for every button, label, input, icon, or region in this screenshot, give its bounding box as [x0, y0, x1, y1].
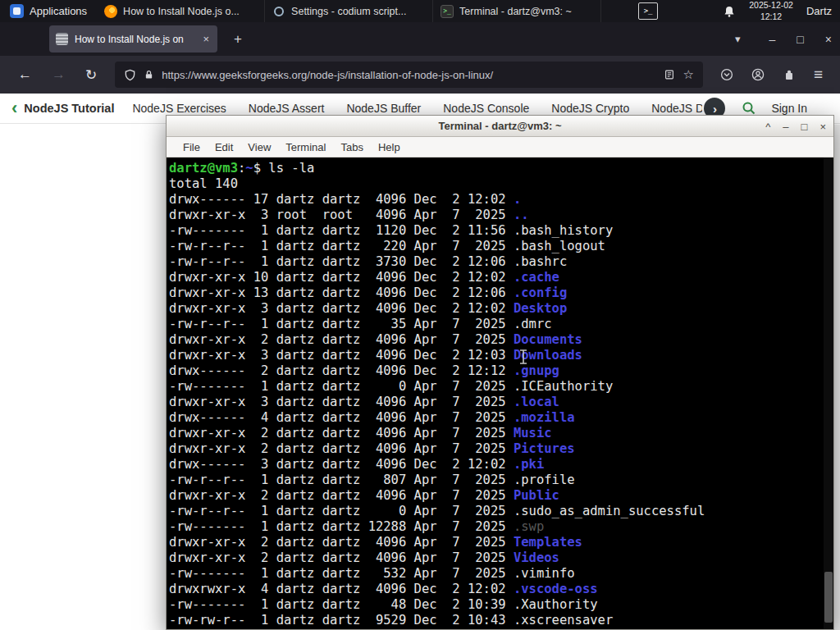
file-name: Public [514, 488, 559, 503]
terminal-scrollbar[interactable] [824, 158, 833, 629]
terminal-line: drwxr-xr-x 2 dartz dartz 4096 Apr 7 2025… [169, 550, 820, 566]
file-name: Desktop [514, 301, 567, 316]
terminal-menu-view[interactable]: View [240, 137, 278, 158]
terminal-total-line: total 140 [169, 176, 820, 192]
applications-label: Applications [30, 5, 87, 17]
list-all-tabs-icon[interactable]: ▾ [717, 33, 759, 45]
reader-view-icon[interactable] [664, 69, 675, 80]
terminal-command: ls -la [261, 161, 314, 176]
back-button[interactable]: ← [8, 66, 42, 83]
file-name: .profile [514, 472, 575, 487]
window-maximize-button[interactable]: □ [786, 33, 814, 46]
terminal-line: drwxr-xr-x 2 dartz dartz 4096 Apr 7 2025… [169, 332, 820, 348]
taskbar-window-firefox[interactable]: How to Install Node.js o... [97, 0, 265, 22]
terminal-line: drwxr-xr-x 2 dartz dartz 4096 Apr 7 2025… [169, 535, 820, 550]
nav-back-chevron-icon[interactable]: ‹ [11, 99, 17, 117]
prompt-user-host: dartz@vm3 [169, 161, 238, 176]
terminal-line: drwxr-xr-x 2 dartz dartz 4096 Apr 7 2025… [169, 426, 820, 441]
terminal-line: drwxrwxr-x 4 dartz dartz 4096 Dec 2 12:0… [169, 582, 820, 597]
file-name: .dmrc [514, 317, 552, 331]
gfg-nav-item[interactable]: NodeJS Assert [249, 102, 325, 115]
gfg-nav-item[interactable]: NodeJS Console [443, 102, 529, 115]
url-bar[interactable]: https://www.geeksforgeeks.org/node-js/in… [115, 62, 703, 88]
terminal-line: -rw------- 1 dartz dartz 12288 Apr 7 202… [169, 519, 820, 535]
bookmark-star-icon[interactable]: ☆ [682, 67, 693, 82]
taskbar-window-title: Settings - codium script... [291, 6, 406, 17]
page-scrollbar[interactable] [834, 125, 840, 630]
taskbar-window-terminal[interactable]: >_ Terminal - dartz@vm3: ~ [433, 0, 601, 22]
terminal-line: -rw-r--r-- 1 dartz dartz 35 Apr 7 2025 .… [169, 317, 820, 332]
new-tab-button[interactable]: + [227, 30, 249, 49]
file-name: .mozilla [514, 410, 575, 425]
terminal-icon: >_ [441, 5, 454, 18]
gfg-nav-item[interactable]: NodeJS Crypto [551, 102, 629, 115]
terminal-line: -rw-r--r-- 1 dartz dartz 0 Apr 7 2025 .s… [169, 504, 820, 519]
prompt-path: ~ [245, 161, 253, 176]
file-name: .pki [514, 457, 544, 472]
gfg-nav-item[interactable]: NodeJS Exercises [132, 102, 226, 115]
desktop: Applications How to Install Node.js o...… [0, 0, 840, 630]
terminal-close-button[interactable]: × [819, 121, 826, 132]
pocket-icon[interactable] [714, 68, 739, 81]
window-close-button[interactable]: × [815, 33, 840, 46]
terminal-menu-file[interactable]: File [176, 137, 208, 158]
tab-close-icon[interactable]: × [201, 33, 211, 45]
tray-terminal-icon[interactable]: >_ [638, 2, 658, 20]
search-icon[interactable] [742, 101, 756, 116]
terminal-scrollbar-thumb[interactable] [824, 572, 833, 623]
prompt-dollar: $ [253, 161, 261, 176]
terminal-shade-button[interactable]: ^ [765, 121, 770, 132]
panel-user-label: Dartz [806, 5, 832, 17]
terminal-line: drwxr-xr-x 3 dartz dartz 4096 Dec 2 12:0… [169, 348, 820, 363]
browser-tab-bar: How to Install Node.js on × + ▾ – □ × [0, 22, 840, 56]
gear-icon [272, 5, 285, 18]
window-minimize-button[interactable]: – [759, 33, 787, 46]
terminal-prompt-line: dartz@vm3:~$ ls -la [169, 161, 820, 176]
file-name: .config [514, 285, 567, 300]
terminal-line: -rw------- 1 dartz dartz 532 Apr 7 2025 … [169, 566, 820, 582]
sign-in-button[interactable]: Sign In [771, 102, 807, 115]
terminal-line: -rw------- 1 dartz dartz 1120 Dec 2 11:5… [169, 223, 820, 239]
tracking-shield-icon[interactable] [124, 69, 136, 81]
terminal-window-title: Terminal - dartz@vm3: ~ [167, 116, 833, 137]
terminal-menu-edit[interactable]: Edit [208, 137, 240, 158]
url-text[interactable]: https://www.geeksforgeeks.org/node-js/in… [162, 69, 656, 81]
lock-icon[interactable] [144, 69, 154, 80]
terminal-window: Terminal - dartz@vm3: ~ ^ – □ × FileEdit… [166, 115, 834, 630]
gfg-tutorial-label[interactable]: NodeJS Tutorial [24, 102, 114, 115]
text-cursor-ibeam [518, 349, 528, 365]
notification-bell-icon[interactable] [723, 5, 736, 18]
reload-button[interactable]: ↻ [75, 66, 107, 84]
terminal-maximize-button[interactable]: □ [801, 121, 808, 132]
terminal-line: -rw-r--r-- 1 dartz dartz 220 Apr 7 2025 … [169, 239, 820, 254]
top-panel: Applications How to Install Node.js o...… [0, 0, 840, 22]
menu-icon[interactable]: ≡ [808, 66, 829, 84]
applications-menu-button[interactable]: Applications [0, 0, 97, 22]
terminal-titlebar[interactable]: Terminal - dartz@vm3: ~ ^ – □ × [167, 116, 833, 137]
terminal-line: drwxr-xr-x 2 dartz dartz 4096 Apr 7 2025… [169, 441, 820, 457]
terminal-line: drwxr-xr-x 3 dartz dartz 4096 Apr 7 2025… [169, 395, 820, 410]
extensions-icon[interactable] [777, 68, 801, 81]
gfg-nav-item[interactable]: NodeJS DNS [651, 102, 702, 115]
terminal-menu-help[interactable]: Help [371, 137, 408, 158]
terminal-menu-tabs[interactable]: Tabs [333, 137, 370, 158]
browser-tab-active[interactable]: How to Install Node.js on × [49, 25, 217, 52]
clock-date: 2025-12-02 [749, 0, 793, 11]
terminal-body[interactable]: dartz@vm3:~$ ls -la total 140 drwx------… [167, 158, 833, 629]
terminal-line: drwxr-xr-x 10 dartz dartz 4096 Dec 2 12:… [169, 270, 820, 285]
file-name: Videos [514, 550, 559, 565]
taskbar-window-settings[interactable]: Settings - codium script... [265, 0, 433, 22]
terminal-minimize-button[interactable]: – [783, 121, 788, 132]
panel-clock[interactable]: 2025-12-02 12:12 [749, 0, 793, 21]
file-name: .sudo_as_admin_successful [514, 504, 705, 518]
forward-button[interactable]: → [42, 66, 75, 83]
terminal-line: -rw------- 1 dartz dartz 48 Dec 2 10:39 … [169, 597, 820, 613]
file-name: .cache [514, 270, 559, 285]
prompt-colon: : [238, 161, 245, 176]
terminal-line: drwxr-xr-x 13 dartz dartz 4096 Dec 2 12:… [169, 285, 820, 301]
file-name: .ICEauthority [514, 379, 613, 394]
gfg-nav-item[interactable]: NodeJS Buffer [346, 102, 421, 115]
terminal-menu-terminal[interactable]: Terminal [278, 137, 333, 158]
file-name: .gnupg [514, 363, 559, 378]
account-icon[interactable] [746, 68, 770, 81]
